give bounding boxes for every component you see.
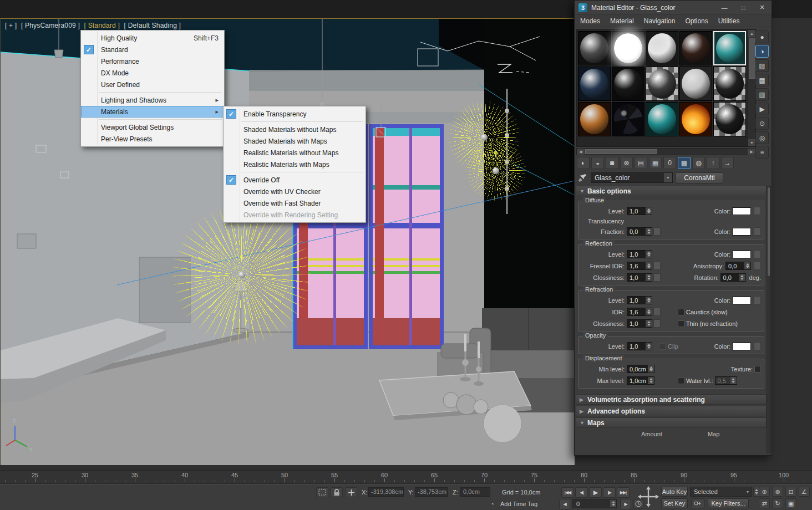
next-frame-button[interactable]: |▶ <box>603 487 616 498</box>
scroll-left-icon[interactable]: ◀ <box>577 149 585 155</box>
rollout-maps[interactable]: ▼ Maps <box>576 417 767 428</box>
material-swatch-wood-orange-sphere[interactable] <box>578 102 611 136</box>
materials-menu-item-override-off[interactable]: ✓Override Off <box>224 174 366 186</box>
thin-refraction-checkbox[interactable] <box>678 320 684 327</box>
material-swatch-white-sphere[interactable] <box>646 31 678 65</box>
max-level-spinner[interactable]: 1,0cm <box>627 376 654 385</box>
selection-lock-icon[interactable] <box>331 487 343 497</box>
go-forward-to-sibling-icon[interactable]: → <box>721 157 734 169</box>
reflection-color-map-button[interactable] <box>754 250 761 258</box>
texture-checkbox[interactable] <box>754 366 761 373</box>
caustics-checkbox[interactable] <box>678 309 684 315</box>
shading-menu-item-dx-mode[interactable]: DX Mode <box>81 67 224 79</box>
refraction-glossiness-map-button[interactable] <box>653 319 661 328</box>
swatch-vertical-scrollbar[interactable]: ▲ ▼ <box>748 30 755 146</box>
material-swatch-dark-gray-sphere[interactable] <box>578 31 611 65</box>
video-color-check-icon[interactable]: ▥ <box>755 88 769 101</box>
materials-menu-item-enable-transparency[interactable]: ✓Enable Transparency <box>224 108 366 120</box>
decor-blob[interactable] <box>484 405 521 442</box>
show-material-in-viewport-icon[interactable]: ▩ <box>678 157 691 169</box>
sample-type-icon[interactable]: ● <box>755 30 769 43</box>
translucency-color-swatch[interactable] <box>732 228 751 236</box>
anisotropy-map-button[interactable] <box>754 262 761 270</box>
go-to-end-button[interactable]: ▶▶| <box>617 487 630 498</box>
diffuse-color-map-button[interactable] <box>754 207 761 215</box>
menu-modes[interactable]: Modes <box>580 17 600 25</box>
material-swatch-dark-checker-sphere[interactable] <box>713 102 746 136</box>
fresnel-ior-spinner[interactable]: 1,6 <box>627 262 652 270</box>
material-swatch-teal-sphere[interactable] <box>646 102 678 136</box>
min-level-spinner[interactable]: 0,0cm <box>627 365 654 373</box>
ior-map-button[interactable] <box>653 308 661 316</box>
go-to-start-button[interactable]: |◀◀ <box>561 487 574 498</box>
material-swatch-fire-sphere[interactable] <box>679 102 712 136</box>
scroll-right-icon[interactable]: ▶ <box>748 149 755 155</box>
rotation-spinner[interactable]: 0,0 <box>720 273 746 282</box>
options-icon[interactable]: ⊙ <box>755 117 769 130</box>
fraction-map-button[interactable] <box>653 227 661 236</box>
material-class-button[interactable]: CoronaMtl <box>676 172 723 183</box>
scroll-thumb[interactable] <box>768 187 770 276</box>
materials-menu-item-realistic-materials-without-maps[interactable]: Realistic Materials without Maps <box>224 147 366 159</box>
viewport-menu-shading[interactable]: [ Standard ] <box>84 22 120 29</box>
menu-material[interactable]: Material <box>610 17 634 25</box>
shading-menu-item-lighting-and-shadows[interactable]: Lighting and Shadows▸ <box>81 94 224 106</box>
fresnel-ior-map-button[interactable] <box>653 262 661 270</box>
scroll-thumb[interactable] <box>585 149 657 154</box>
maximize-button[interactable]: □ <box>734 1 753 14</box>
next-key-button[interactable]: ▶ <box>620 499 631 509</box>
zoom-extents-icon[interactable]: ⊡ <box>785 487 796 497</box>
material-swatch-blue-reflective-sphere[interactable] <box>578 67 611 101</box>
shading-menu-item-performance[interactable]: Performance <box>81 55 224 67</box>
current-frame-field[interactable]: 0 <box>572 499 617 508</box>
materials-menu-item-override-with-rendering-setting[interactable]: Override with Rendering Setting <box>224 209 366 221</box>
opacity-level-spinner[interactable]: 1,0 <box>627 342 652 350</box>
wall-frame[interactable] <box>17 234 36 248</box>
x-coordinate-field[interactable]: -319,308cm <box>368 487 404 497</box>
scroll-up-icon[interactable]: ▲ <box>748 30 755 37</box>
move-transform-icon[interactable] <box>638 486 659 509</box>
previous-key-button[interactable]: ◀ <box>559 499 570 509</box>
rollout-volumetric[interactable]: ▶ Volumetric absorption and scattering <box>576 394 767 405</box>
menu-navigation[interactable]: Navigation <box>644 17 676 25</box>
maximize-viewport-icon[interactable]: ▣ <box>785 498 796 508</box>
frame-spinner-arrows[interactable] <box>610 500 616 507</box>
add-time-tag[interactable]: Add Time Tag <box>500 499 537 509</box>
refraction-glossiness-spinner[interactable]: 1,0 <box>627 319 652 328</box>
y-coordinate-field[interactable]: -38,753cm <box>415 487 448 497</box>
refraction-color-swatch[interactable] <box>732 297 751 304</box>
menu-options[interactable]: Options <box>685 17 708 25</box>
fraction-spinner[interactable]: 0,0 <box>627 227 652 236</box>
shading-menu-item-high-quality[interactable]: High QualityShift+F3 <box>81 32 224 44</box>
material-id-channel-icon[interactable]: 0 <box>663 157 676 169</box>
translucency-color-map-button[interactable] <box>754 227 761 236</box>
diffuse-level-spinner[interactable]: 1,0 <box>627 207 652 215</box>
close-button[interactable]: ✕ <box>753 1 772 14</box>
field-of-view-icon[interactable]: ∠ <box>799 487 810 497</box>
rollout-advanced-options[interactable]: ▶ Advanced options <box>576 406 767 416</box>
clip-checkbox[interactable] <box>659 343 666 350</box>
reflection-level-spinner[interactable]: 1,0 <box>627 250 652 258</box>
viewport-menu-general[interactable]: [ + ] <box>5 22 17 29</box>
make-preview-icon[interactable]: ▶ <box>755 103 769 115</box>
selection-set-dropdown[interactable]: Selected ▼ <box>690 487 752 497</box>
previous-frame-button[interactable]: ◀| <box>575 487 588 498</box>
material-swatch-teal-glass-sphere[interactable] <box>713 31 746 65</box>
sample-uv-tiling-icon[interactable]: ▦ <box>755 74 769 86</box>
viewport-menu-style[interactable]: [ Default Shading ] <box>124 22 181 29</box>
viewport-menu-pov[interactable]: [ PhysCamera009 ] <box>21 22 80 29</box>
selection-region-icon[interactable] <box>316 487 328 497</box>
material-swatch-glow-white-sphere[interactable] <box>612 31 644 65</box>
water-level-spinner[interactable]: 0,5 <box>715 376 737 385</box>
refraction-color-map-button[interactable] <box>754 296 761 304</box>
opacity-color-swatch[interactable] <box>732 343 751 350</box>
key-mode-toggle-icon[interactable] <box>691 498 704 508</box>
material-swatch-black-sphere[interactable] <box>612 67 644 101</box>
shading-menu-item-materials[interactable]: Materials▸ <box>81 106 224 118</box>
scroll-down-icon[interactable]: ▼ <box>748 139 755 146</box>
background-icon[interactable]: ▨ <box>755 59 769 72</box>
materials-menu-item-shaded-materials-without-maps[interactable]: Shaded Materials without Maps <box>224 124 366 135</box>
go-to-parent-icon[interactable]: ↑ <box>707 157 719 169</box>
key-filters-button[interactable]: Key Filters... <box>708 498 749 508</box>
material-swatch-dark-brown-sphere[interactable] <box>679 31 712 65</box>
